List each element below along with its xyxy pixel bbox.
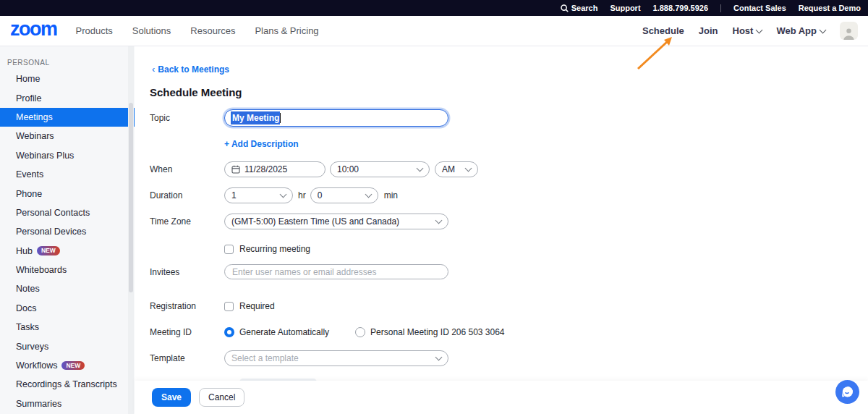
sidebar-item[interactable]: Personal Contacts	[0, 203, 135, 222]
schedule-link[interactable]: Schedule	[642, 25, 684, 36]
back-to-meetings-link[interactable]: ‹ Back to Meetings	[152, 64, 229, 75]
sidebar-item[interactable]: Summaries	[0, 394, 135, 413]
duration-label: Duration	[150, 190, 224, 200]
date-input[interactable]: 11/28/2025	[224, 161, 326, 177]
new-badge: NEW	[61, 361, 85, 371]
ampm-select[interactable]: AM	[435, 161, 478, 177]
user-avatar[interactable]	[840, 22, 858, 40]
sidebar-item[interactable]: Recordings & Transcripts	[0, 375, 135, 394]
min-label: min	[384, 190, 398, 200]
search-link[interactable]: Search	[561, 4, 598, 12]
recurring-checkbox[interactable]	[224, 245, 234, 254]
sidebar-item-label: Docs	[16, 303, 36, 313]
phone-number[interactable]: 1.888.799.5926	[653, 4, 708, 12]
sidebar-item-label: Personal Contacts	[16, 208, 90, 218]
sidebar-item[interactable]: Webinars Plus	[0, 146, 135, 165]
radio-selected-icon[interactable]	[224, 327, 234, 337]
topic-input[interactable]: My Meeting	[224, 109, 448, 127]
sidebar-item[interactable]: Meetings	[0, 108, 135, 127]
duration-hr-select[interactable]: 1	[224, 187, 293, 203]
topic-label: Topic	[150, 113, 224, 123]
join-link[interactable]: Join	[699, 25, 718, 36]
sidebar-item-label: Summaries	[16, 399, 61, 409]
sidebar-scrollbar-thumb[interactable]	[129, 103, 133, 292]
timezone-row: Time Zone (GMT-5:00) Eastern Time (US an…	[150, 214, 868, 229]
sidebar-item[interactable]: Whiteboards	[0, 261, 135, 279]
cancel-button[interactable]: Cancel	[199, 388, 244, 407]
timezone-select[interactable]: (GMT-5:00) Eastern Time (US and Canada)	[224, 214, 448, 229]
sidebar-item[interactable]: Webinars	[0, 127, 135, 145]
chevron-down-icon	[435, 354, 443, 361]
sidebar-item[interactable]: Home	[0, 69, 135, 88]
text-cursor	[280, 113, 281, 123]
sidebar-items: Home Profile Meetings Webinars	[0, 69, 135, 413]
sidebar-item-label: Webinars Plus	[16, 151, 74, 161]
sidebar-item-label: Phone	[16, 189, 42, 199]
meeting-id-label: Meeting ID	[150, 327, 224, 337]
nav-link[interactable]: Resources	[190, 25, 235, 36]
duration-row: Duration 1 hr 0 min	[150, 187, 868, 203]
sidebar-item-label: Webinars	[16, 131, 54, 141]
nav-link[interactable]: Solutions	[132, 25, 171, 36]
sidebar-item[interactable]: Workflows NEW	[0, 356, 135, 375]
radio-unselected-icon[interactable]	[355, 327, 365, 337]
sidebar: PERSONAL Home Profile Meetings	[0, 46, 135, 414]
sidebar-item[interactable]: Surveys	[0, 337, 135, 355]
sidebar-item[interactable]: Personal Devices	[0, 222, 135, 241]
time-select[interactable]: 10:00	[330, 161, 430, 177]
recurring-row: Recurring meeting	[150, 244, 868, 254]
chevron-down-icon	[820, 26, 827, 33]
chevron-down-icon	[465, 165, 472, 172]
registration-required-checkbox[interactable]	[224, 302, 234, 311]
chat-assistant-button[interactable]	[835, 380, 859, 404]
personal-meeting-id-option[interactable]: Personal Meeting ID 206 503 3064	[355, 327, 504, 337]
top-utility-bar: Search Support 1.888.799.5926 Contact Sa…	[0, 0, 868, 16]
time-value: 10:00	[337, 164, 359, 174]
add-description-link[interactable]: + Add Description	[224, 139, 299, 149]
search-icon	[561, 4, 569, 12]
topic-selected-text: My Meeting	[231, 111, 280, 124]
form-footer: Save Cancel	[135, 381, 868, 414]
generate-automatically-option[interactable]: Generate Automatically	[224, 327, 329, 337]
sidebar-item[interactable]: Hub NEW	[0, 242, 135, 261]
support-link[interactable]: Support	[610, 4, 640, 12]
chevron-down-icon	[756, 26, 763, 33]
contact-sales-link[interactable]: Contact Sales	[733, 4, 786, 12]
calendar-icon	[231, 165, 240, 174]
nav-links: ProductsSolutionsResourcesPlans & Pricin…	[76, 25, 319, 36]
sidebar-item-label: Meetings	[16, 112, 53, 122]
request-demo-link[interactable]: Request a Demo	[799, 4, 861, 12]
save-button[interactable]: Save	[152, 388, 191, 407]
add-description-row: + Add Description	[150, 139, 868, 149]
template-label: Template	[150, 353, 224, 363]
nav-link[interactable]: Products	[76, 25, 113, 36]
sidebar-item[interactable]: Docs	[0, 299, 135, 318]
zoom-logo[interactable]: zoom	[10, 20, 57, 39]
chevron-down-icon	[365, 191, 372, 198]
sidebar-item[interactable]: Notes	[0, 279, 135, 298]
registration-row: Registration Required	[150, 301, 868, 311]
nav-right: Schedule Join Host Web App	[642, 22, 858, 40]
sidebar-item[interactable]: Events	[0, 165, 135, 184]
template-placeholder: Select a template	[231, 353, 299, 363]
main-content: ‹ Back to Meetings Schedule Meeting Topi…	[135, 46, 868, 414]
web-app-menu[interactable]: Web App	[776, 25, 825, 36]
chevron-down-icon	[435, 217, 443, 224]
ampm-value: AM	[442, 164, 455, 174]
sidebar-item-label: Hub	[16, 246, 33, 256]
sidebar-item[interactable]: Phone	[0, 184, 135, 203]
nav-link[interactable]: Plans & Pricing	[255, 25, 318, 36]
chevron-down-icon	[280, 191, 287, 198]
avatar-icon	[842, 26, 856, 40]
chevron-down-icon	[417, 165, 424, 172]
duration-min-select[interactable]: 0	[310, 187, 378, 203]
timezone-value: (GMT-5:00) Eastern Time (US and Canada)	[231, 216, 399, 227]
template-select[interactable]: Select a template	[224, 350, 448, 366]
sidebar-item[interactable]: Profile	[0, 88, 135, 107]
sidebar-item[interactable]: Tasks	[0, 318, 135, 337]
invitees-input[interactable]	[224, 264, 448, 279]
sidebar-item-label: Home	[16, 74, 40, 84]
host-menu[interactable]: Host	[733, 25, 762, 36]
sidebar-item-label: Personal Devices	[16, 227, 86, 237]
registration-option: Required	[224, 301, 275, 311]
